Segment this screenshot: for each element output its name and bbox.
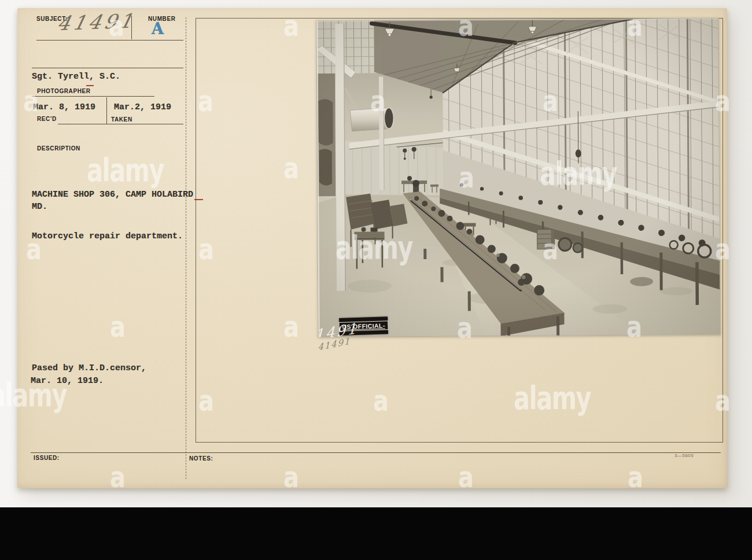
- footer-bar: alamy Image ID: 2RC13YT www.alamy.com: [0, 507, 752, 560]
- alamy-watermark-letter: a: [283, 463, 299, 492]
- alamy-watermark-letter: a: [715, 87, 731, 116]
- alamy-watermark-letter: a: [543, 235, 558, 264]
- alamy-watermark-letter: a: [715, 235, 731, 264]
- alamy-watermark-letter: a: [283, 12, 299, 40]
- alamy-watermark-letter: a: [26, 235, 42, 264]
- alamy-watermark-letter: a: [715, 386, 731, 415]
- watermark-layer: aaaaaaaaaalamyaaalamyaaalamyaaaaaaalamya…: [0, 0, 752, 507]
- alamy-watermark-letter: a: [627, 12, 643, 40]
- alamy-watermark-letter: a: [109, 12, 124, 40]
- alamy-watermark-word: alamy: [540, 157, 617, 190]
- alamy-watermark-letter: a: [198, 235, 214, 264]
- alamy-watermark-letter: a: [110, 312, 126, 341]
- alamy-watermark-letter: a: [373, 386, 389, 415]
- alamy-watermark-letter: a: [283, 312, 299, 341]
- alamy-watermark-letter: a: [626, 312, 642, 341]
- alamy-watermark-letter: a: [458, 12, 474, 40]
- alamy-watermark-letter: a: [198, 87, 213, 116]
- alamy-watermark-letter: a: [283, 154, 299, 183]
- alamy-watermark-letter: a: [459, 163, 474, 192]
- alamy-watermark-letter: a: [628, 463, 643, 492]
- alamy-watermark-letter: a: [198, 386, 214, 415]
- alamy-watermark-word: alamy: [0, 379, 67, 411]
- alamy-watermark-word: alamy: [87, 154, 164, 186]
- stock-photo-preview: SUBJECT: 41491 NUMBER A Sgt. Tyrell, S.C…: [0, 0, 752, 560]
- alamy-watermark-word: alamy: [336, 231, 412, 264]
- alamy-watermark-letter: a: [457, 314, 473, 342]
- alamy-watermark-letter: a: [110, 463, 126, 492]
- alamy-watermark-letter: a: [458, 463, 474, 492]
- alamy-watermark-letter: a: [23, 87, 39, 116]
- alamy-watermark-word: alamy: [514, 382, 591, 414]
- alamy-watermark-letter: a: [543, 87, 558, 116]
- alamy-watermark-letter: a: [370, 87, 386, 116]
